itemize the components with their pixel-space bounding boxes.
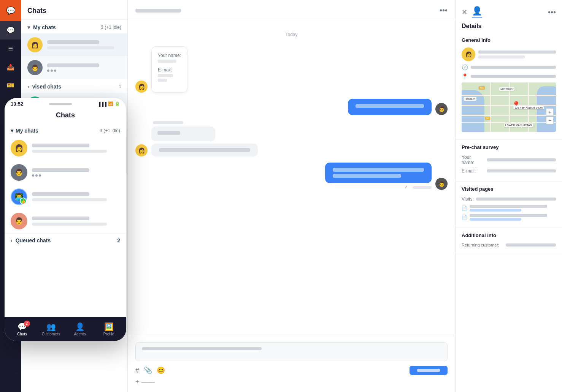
pre-chat-name-row: Your name: — [462, 155, 556, 165]
expand-icon[interactable]: + —— — [135, 378, 448, 386]
nav-profile[interactable]: 🖼️ Profile — [94, 322, 123, 336]
paperclip-icon[interactable]: 📎 — [144, 366, 152, 375]
avatar-2: 👨 — [27, 60, 43, 75]
page-2-title — [470, 218, 521, 221]
nav-profile-label: Profile — [103, 332, 114, 336]
supervised-section-header[interactable]: › vised chats 1 — [21, 79, 127, 93]
map-zoom-controls: + − — [546, 108, 554, 124]
mobile-chat-4-content — [32, 217, 120, 226]
visited-page-1: 📄 — [462, 205, 556, 212]
mobile-chat-1-content — [32, 144, 120, 153]
signal-icon: ▐▐▐ — [98, 102, 106, 106]
mobile-chat-1-name — [32, 144, 89, 147]
details-header-left: ✕ 👤 — [462, 6, 482, 18]
details-header: ✕ 👤 ••• — [456, 0, 562, 18]
msg-line-1 — [356, 104, 424, 108]
visits-label: Visits: — [462, 196, 474, 202]
form-field-email: E-mail: — [158, 67, 181, 82]
map-zoom-out[interactable]: − — [546, 117, 554, 124]
details-clock-row: 🕐 — [462, 64, 556, 70]
nav-customers[interactable]: 👥 Customers — [37, 322, 65, 336]
mobile-queued-left: › Queued chats — [11, 237, 51, 243]
msg-time — [413, 186, 432, 189]
mobile-chat-item-4[interactable]: 👨 — [5, 209, 126, 233]
chat-item-1[interactable]: 👩 — [21, 33, 127, 56]
visits-row: Visits: — [462, 196, 556, 202]
msg-bubble-right-1 — [348, 99, 432, 115]
mobile-chat-item-3[interactable]: 👨‍💻 👍 — [5, 185, 126, 209]
supervised-label: vised chats — [32, 84, 61, 90]
nav-agents-label: Agents — [74, 332, 86, 336]
sidebar-item-inbox[interactable]: 📥 — [0, 58, 21, 76]
chevron-down-icon: ▾ — [27, 24, 30, 30]
more-button[interactable]: ••• — [440, 6, 448, 15]
my-chats-label-group: ▾ My chats — [27, 24, 56, 30]
chat-input-toolbar: # 📎 😊 — [135, 366, 448, 375]
details-name-line2 — [478, 55, 525, 58]
mobile-queued-header[interactable]: › Queued chats 2 — [5, 234, 126, 246]
mobile-dot3 — [39, 174, 41, 177]
form-field-name: Your name: — [158, 53, 181, 63]
nav-chats-badge: 2 — [24, 321, 30, 327]
mobile-chat-item-2[interactable]: 👨 — [5, 160, 126, 185]
chevron-right-supervised: › — [27, 84, 29, 90]
msg-bubble-left-1 — [151, 126, 215, 141]
date-divider: Today — [135, 32, 448, 37]
dot2 — [51, 70, 53, 72]
nav-agents[interactable]: 👤 Agents — [65, 322, 94, 336]
map-zoom-in[interactable]: + — [546, 108, 554, 116]
my-chats-section-header[interactable]: ▾ My chats 3 (+1 idle) — [21, 20, 127, 33]
hash-icon[interactable]: # — [135, 367, 139, 375]
page-1-title — [470, 209, 521, 212]
sidebar-item-chats[interactable]: 💬 — [0, 21, 21, 40]
nav-profile-icon: 🖼️ — [104, 322, 114, 331]
mobile-chat-1-preview — [32, 150, 107, 153]
chat-item-1-name — [47, 40, 99, 44]
chat-list-header: Chats — [21, 0, 127, 20]
message-row-form: 👩 Your name: E-mail: — [135, 46, 448, 93]
wifi-icon: 📶 — [108, 101, 113, 106]
mobile-time: 13:52 — [11, 101, 23, 107]
chat-input-field[interactable] — [135, 342, 448, 361]
details-avatar-row: 👩 — [462, 47, 556, 61]
person-icon[interactable]: 👤 — [472, 6, 482, 18]
mobile-chat-item-1[interactable]: 👩 — [5, 136, 126, 160]
mobile-chevron-right-queued: › — [11, 237, 13, 243]
mobile-my-chats-header[interactable]: ▾ My chats 3 (+1 idle) — [5, 124, 126, 136]
msg-group-left-1 — [151, 121, 258, 156]
message-row-right-1: 👨 — [135, 99, 448, 115]
details-name-lines — [478, 51, 556, 58]
nav-agents-icon: 👤 — [75, 322, 85, 331]
supervised-label-group: › vised chats — [27, 84, 61, 90]
close-icon[interactable]: ✕ — [462, 8, 467, 16]
my-chats-label: My chats — [33, 24, 56, 30]
mobile-header: Chats — [5, 108, 126, 124]
sidebar-item-list[interactable]: ≡ — [0, 40, 21, 58]
nav-customers-icon: 👥 — [46, 322, 56, 331]
nav-chats[interactable]: 💬 2 Chats — [8, 322, 37, 336]
form-email-value2 — [158, 79, 167, 82]
avatar-1: 👩 — [27, 37, 43, 52]
msg-avatar-1: 👩 — [135, 81, 148, 93]
details-location-value — [471, 75, 556, 78]
msg-line-l2 — [159, 148, 250, 152]
chat-item-2-content — [47, 63, 121, 72]
supervised-count: 1 — [119, 84, 121, 89]
dot3 — [54, 70, 56, 72]
send-button[interactable] — [410, 366, 448, 375]
mobile-chat-2-name — [32, 168, 89, 172]
page-2-url — [470, 214, 547, 217]
details-more-button[interactable]: ••• — [548, 8, 556, 17]
chat-main: ••• Today 👩 Your name: E-mail: — [128, 0, 456, 392]
chat-item-2[interactable]: 👨 — [21, 56, 127, 79]
chat-input-area: # 📎 😊 + —— — [128, 336, 455, 392]
sidebar-item-tickets[interactable]: 🎫 — [0, 76, 21, 94]
pre-chat-title: Pre-chat survey — [462, 144, 556, 150]
details-title: Details — [456, 18, 562, 33]
map-road-v1 — [490, 82, 491, 132]
details-panel: ✕ 👤 ••• Details General Info 👩 🕐 📍 — [456, 0, 562, 392]
emoji-icon[interactable]: 😊 — [157, 366, 165, 375]
mobile-chat-list: ▾ My chats 3 (+1 idle) 👩 👨 — [5, 124, 126, 317]
page-icon-2: 📄 — [462, 215, 467, 221]
nav-chats-icon: 💬 2 — [17, 322, 27, 331]
